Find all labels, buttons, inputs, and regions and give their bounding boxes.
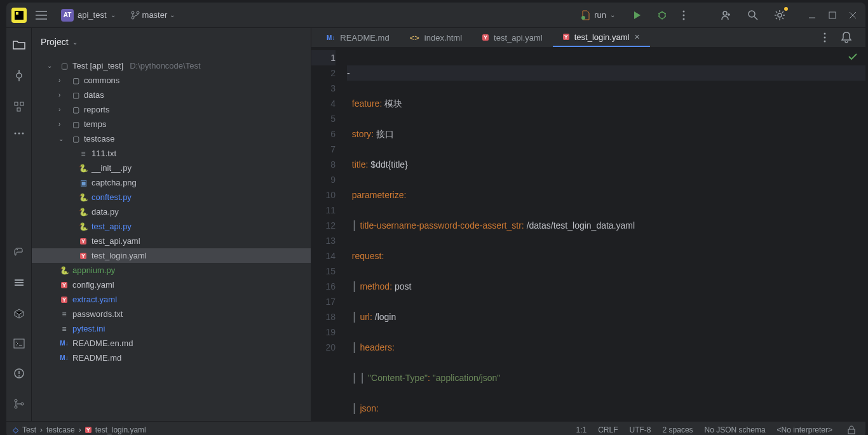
close-tab-icon[interactable]: × <box>634 32 639 42</box>
svg-rect-13 <box>829 12 836 18</box>
tree-file[interactable]: 🐍appnium.py <box>32 263 311 278</box>
tree-file[interactable]: ≡pytest.ini <box>32 321 311 336</box>
yaml-file-icon: Y <box>78 253 89 259</box>
tree-file[interactable]: M↓README.md <box>32 351 311 365</box>
svg-point-2 <box>132 11 134 14</box>
line-separator[interactable]: CRLF <box>598 425 618 434</box>
vcs-branch[interactable]: master ⌄ <box>126 8 180 22</box>
main-menu-icon[interactable] <box>32 7 51 23</box>
services-icon[interactable] <box>10 274 29 293</box>
yaml-file-icon: Y <box>58 282 70 288</box>
tree-file[interactable]: 🐍conftest.py <box>32 190 311 204</box>
tab-index[interactable]: <>index.html <box>400 28 472 47</box>
python-console-icon[interactable] <box>10 243 29 262</box>
tree-folder-datas[interactable]: ›▢datas <box>32 88 311 102</box>
text-file-icon: ≡ <box>78 149 89 158</box>
markdown-file-icon: M↓ <box>58 354 70 361</box>
svg-rect-1 <box>16 12 18 15</box>
svg-point-6 <box>659 12 665 18</box>
svg-point-11 <box>749 11 755 17</box>
file-encoding[interactable]: UTF-8 <box>630 425 651 434</box>
tree-file[interactable]: M↓README.en.md <box>32 336 311 351</box>
branch-icon <box>131 11 140 20</box>
project-name: api_test <box>78 10 107 20</box>
git-icon[interactable] <box>10 394 29 413</box>
chevron-right-icon: › <box>58 106 67 113</box>
tab-test-login[interactable]: Ytest_login.yaml× <box>553 28 650 47</box>
maximize-button[interactable] <box>825 8 840 23</box>
tree-file[interactable]: 🐍__init__.py <box>32 161 311 175</box>
svg-point-30 <box>824 41 826 43</box>
breadcrumb[interactable]: ◇ Test › testcase › Y test_login.yaml <box>13 425 146 434</box>
caret-position[interactable]: 1:1 <box>576 425 587 434</box>
terminal-icon[interactable] <box>10 335 29 352</box>
project-panel-header[interactable]: Project ⌄ <box>32 28 311 56</box>
svg-point-9 <box>683 18 685 20</box>
tree-file[interactable]: ≡111.txt <box>32 146 311 161</box>
svg-point-27 <box>21 403 24 405</box>
tree-root[interactable]: ⌄ ▢ Test [api_test] D:\pythoncode\Test <box>32 58 311 73</box>
tree-file[interactable]: ▣captcha.png <box>32 175 311 190</box>
python-interpreter[interactable]: <No interpreter> <box>777 425 832 434</box>
indent-config[interactable]: 2 spaces <box>663 425 693 434</box>
tree-file[interactable]: Yextract.yaml <box>32 292 311 307</box>
yaml-file-icon: Y <box>78 238 89 244</box>
project-selector[interactable]: AT api_test ⌄ <box>56 6 121 24</box>
python-file-icon: 🐍 <box>58 266 70 275</box>
project-tool-icon[interactable] <box>9 36 29 53</box>
tree-file[interactable]: 🐍test_api.py <box>32 219 311 234</box>
svg-point-29 <box>824 37 826 39</box>
tree-file-selected[interactable]: Ytest_login.yaml <box>32 248 311 263</box>
minimize-button[interactable] <box>804 8 820 23</box>
code-with-me-icon[interactable] <box>717 6 736 25</box>
tab-actions-icon[interactable] <box>820 29 830 46</box>
code-editor[interactable]: 1234567891011121314151617181920 - featur… <box>311 48 865 421</box>
tab-test-api[interactable]: Ytest_api.yaml <box>472 28 553 47</box>
structure-tool-icon[interactable] <box>10 98 28 116</box>
settings-icon[interactable] <box>770 6 789 25</box>
run-config-name: run <box>594 10 606 20</box>
svg-rect-15 <box>15 102 18 105</box>
commit-tool-icon[interactable] <box>10 66 29 85</box>
more-actions-icon[interactable] <box>679 6 689 24</box>
packages-icon[interactable] <box>10 304 29 323</box>
tree-folder-reports[interactable]: ›▢reports <box>32 102 311 117</box>
tab-readme[interactable]: M↓README.md <box>316 28 400 47</box>
debug-button[interactable] <box>653 6 671 24</box>
json-schema[interactable]: No JSON schema <box>705 425 766 434</box>
svg-point-19 <box>18 133 20 135</box>
tree-file[interactable]: Yconfig.yaml <box>32 278 311 292</box>
tree-folder-testcase[interactable]: ⌄▢testcase <box>32 131 311 146</box>
code-content[interactable]: - feature: 模块 story: 接口 title: $ddt{titl… <box>347 48 865 421</box>
close-button[interactable] <box>845 8 860 23</box>
tree-file[interactable]: ≡passwords.txt <box>32 307 311 321</box>
svg-point-18 <box>14 133 16 135</box>
tree-file[interactable]: 🐍data.py <box>32 204 311 219</box>
yaml-file-icon: Y <box>563 34 569 40</box>
chevron-down-icon: ⌄ <box>610 11 615 18</box>
search-icon[interactable] <box>743 6 763 25</box>
problems-icon[interactable] <box>10 364 29 383</box>
more-tools-icon[interactable] <box>10 128 28 138</box>
markdown-file-icon: M↓ <box>58 340 70 347</box>
python-file-icon: 🐍 <box>78 208 89 217</box>
svg-rect-17 <box>17 108 20 111</box>
tree-folder-commons[interactable]: ›▢commons <box>32 73 311 88</box>
svg-point-26 <box>15 406 17 408</box>
notifications-icon[interactable] <box>837 28 855 47</box>
folder-icon: ▢ <box>58 62 70 70</box>
chevron-down-icon: ⌄ <box>111 11 116 18</box>
run-button[interactable] <box>628 6 646 24</box>
chevron-right-icon: › <box>58 121 67 128</box>
inspection-ok-icon[interactable] <box>848 51 858 62</box>
project-tree[interactable]: ⌄ ▢ Test [api_test] D:\pythoncode\Test ›… <box>32 56 311 421</box>
tree-file[interactable]: Ytest_api.yaml <box>32 234 311 248</box>
branch-name: master <box>142 10 168 20</box>
chevron-right-icon: › <box>58 91 67 98</box>
svg-rect-16 <box>20 102 24 105</box>
run-config-selector[interactable]: run ⌄ <box>575 8 620 23</box>
project-panel: Project ⌄ ⌄ ▢ Test [api_test] D:\pythonc… <box>32 28 311 421</box>
lock-icon[interactable] <box>844 422 859 436</box>
chevron-down-icon: ⌄ <box>47 62 56 69</box>
tree-folder-temps[interactable]: ›▢temps <box>32 117 311 131</box>
